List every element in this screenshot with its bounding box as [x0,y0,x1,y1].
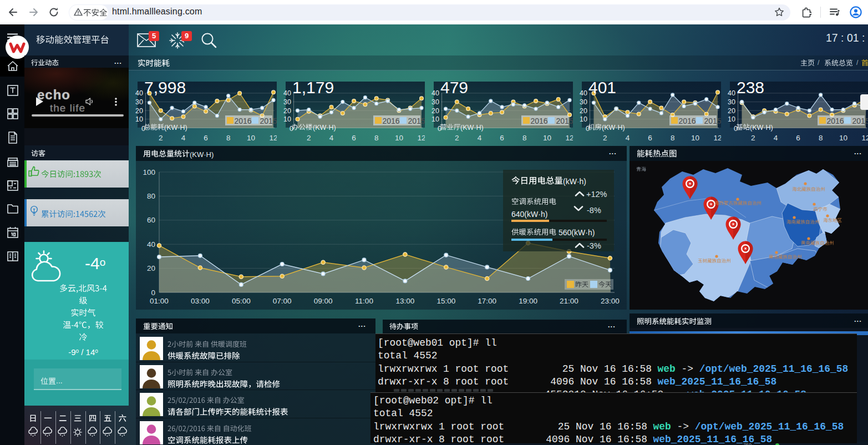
svg-text:2: 2 [307,134,311,142]
svg-text:4: 4 [329,134,334,142]
svg-text:40: 40 [580,89,587,97]
svg-text:2: 2 [455,134,459,142]
svg-text:21:00: 21:00 [560,297,578,305]
svg-text:0: 0 [151,289,155,297]
svg-text:03:00: 03:00 [191,297,210,305]
svg-text:8: 8 [226,134,231,142]
svg-text:40: 40 [728,89,735,97]
svg-text:0: 0 [290,125,293,133]
svg-text:20: 20 [147,264,155,272]
svg-text:6: 6 [500,134,504,142]
svg-text:10: 10 [283,115,291,123]
svg-text:0: 0 [586,125,590,133]
svg-text:2016: 2016 [235,117,252,125]
svg-text:2015: 2015 [260,117,277,125]
svg-text:30: 30 [432,98,439,106]
svg-text:01:00: 01:00 [150,297,169,305]
svg-text:20: 20 [283,107,291,115]
svg-text:12: 12 [861,134,868,142]
svg-text:2: 2 [159,134,163,142]
svg-text:20: 20 [135,107,143,115]
svg-text:40: 40 [135,89,143,97]
svg-text:12: 12 [565,134,573,142]
svg-text:12: 12 [713,134,721,142]
svg-text:2016: 2016 [679,117,696,125]
svg-text:30: 30 [283,98,291,106]
svg-text:10: 10 [135,115,143,123]
svg-text:479: 479 [440,80,468,97]
svg-text:10: 10 [691,134,699,142]
svg-text:4: 4 [181,134,186,142]
svg-text:10: 10 [839,134,847,142]
svg-text:2015: 2015 [408,117,425,125]
svg-text:8: 8 [671,134,675,142]
svg-text:40: 40 [147,240,155,249]
svg-text:4: 4 [478,134,482,142]
svg-text:4: 4 [626,134,630,142]
svg-text:4: 4 [774,134,778,142]
svg-text:6: 6 [796,134,800,142]
svg-text:20: 20 [728,107,735,115]
svg-text:30: 30 [135,98,143,106]
svg-text:10: 10 [728,115,735,123]
svg-text:23:00: 23:00 [601,297,620,305]
svg-text:20: 20 [580,107,587,115]
svg-text:6: 6 [648,134,652,142]
svg-text:13:00: 13:00 [396,297,415,305]
svg-text:09:00: 09:00 [314,297,333,305]
svg-text:6: 6 [352,134,356,142]
svg-text:30: 30 [728,98,735,106]
svg-text:07:00: 07:00 [273,297,292,305]
svg-text:10: 10 [247,134,255,142]
svg-text:10: 10 [543,134,551,142]
svg-text:10: 10 [432,115,439,123]
svg-text:0: 0 [734,125,738,133]
svg-text:40: 40 [432,89,439,97]
svg-text:2015: 2015 [852,117,868,125]
svg-text:30: 30 [580,98,587,106]
svg-text:1,179: 1,179 [292,80,334,97]
svg-text:2016: 2016 [383,117,400,125]
svg-text:05:00: 05:00 [232,297,251,305]
svg-text:20: 20 [432,107,439,115]
svg-text:2015: 2015 [704,117,722,125]
svg-text:8: 8 [819,134,823,142]
svg-text:10: 10 [580,115,587,123]
svg-text:40: 40 [283,89,291,97]
svg-text:80: 80 [147,192,155,200]
svg-text:2: 2 [751,134,755,142]
svg-text:0: 0 [141,125,145,133]
svg-text:12: 12 [269,134,277,142]
svg-text:0: 0 [438,125,441,133]
svg-text:19:00: 19:00 [519,297,537,305]
svg-text:10: 10 [395,134,403,142]
svg-text:11:00: 11:00 [355,297,373,305]
svg-text:100: 100 [143,168,155,176]
svg-text:401: 401 [588,80,616,97]
svg-text:2015: 2015 [556,117,573,125]
svg-text:8: 8 [374,134,379,142]
svg-text:2016: 2016 [827,117,844,125]
svg-text:7,998: 7,998 [144,80,186,97]
svg-text:2016: 2016 [531,117,548,125]
svg-text:12: 12 [417,134,425,142]
svg-text:2: 2 [603,134,607,142]
svg-text:17:00: 17:00 [478,297,496,305]
svg-text:60: 60 [147,216,155,224]
svg-text:15:00: 15:00 [436,297,455,305]
svg-text:6: 6 [204,134,208,142]
svg-text:238: 238 [737,80,764,97]
svg-text:8: 8 [522,134,527,142]
